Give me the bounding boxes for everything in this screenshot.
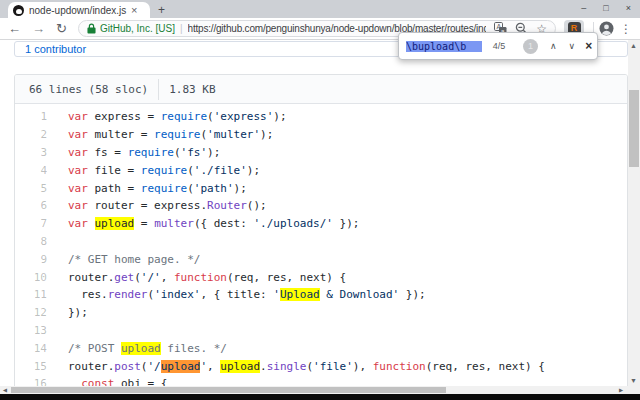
code-line: 4var file = require('./file'); (15, 161, 627, 179)
code-lines: 1var express = require('express');2var m… (15, 104, 627, 393)
code-text: var multer = require('multer'); (55, 128, 273, 141)
find-query-input[interactable]: \bupload\b (406, 41, 482, 52)
find-match: Upload (280, 288, 320, 301)
line-number[interactable]: 11 (15, 288, 55, 301)
code-text: var router = express.Router(); (55, 199, 267, 212)
find-match: upload (121, 342, 161, 355)
minimize-button[interactable]: – (581, 4, 586, 13)
code-line: 6var router = express.Router(); (15, 197, 627, 215)
horizontal-scrollbar-thumb[interactable] (11, 387, 446, 393)
code-line: 9/* GET home page. */ (15, 250, 627, 268)
find-match: upload (220, 360, 260, 373)
scrollbar-corner (628, 386, 640, 394)
file-lines-info: 66 lines (58 sloc) (29, 83, 148, 96)
find-close-icon[interactable]: × (585, 40, 592, 52)
code-text: /* POST upload files. */ (55, 342, 227, 355)
find-previous-icon[interactable]: ∧ (550, 42, 557, 51)
find-active-match: upload (161, 360, 201, 373)
line-number[interactable]: 13 (15, 324, 55, 337)
code-text: router.post('/upload', upload.single('fi… (55, 360, 545, 373)
code-line: 11 res.render('index', { title: 'Upload … (15, 286, 627, 304)
find-match-count: 4/5 (482, 41, 516, 51)
profile-avatar-icon[interactable] (599, 21, 614, 36)
code-text: res.render('index', { title: 'Upload & D… (55, 288, 426, 301)
window-close-button[interactable]: × (626, 4, 631, 13)
code-line: 2var multer = require('multer'); (15, 126, 627, 144)
code-line: 15router.post('/upload', upload.single('… (15, 357, 627, 375)
new-tab-button[interactable]: + (158, 3, 165, 17)
line-number[interactable]: 14 (15, 342, 55, 355)
code-line: 7var upload = multer({ dest: './uploads/… (15, 215, 627, 233)
code-line: 5var path = require('path'); (15, 179, 627, 197)
code-line: 3var fs = require('fs'); (15, 144, 627, 162)
file-header-divider (158, 79, 159, 100)
vertical-scrollbar-thumb[interactable] (629, 90, 639, 167)
reload-icon[interactable]: ↻ (56, 22, 67, 35)
scroll-right-icon[interactable]: ▲ (618, 387, 625, 394)
back-icon[interactable]: ← (8, 22, 21, 35)
horizontal-scrollbar[interactable]: ▲ ▲ (0, 386, 628, 394)
line-number[interactable]: 2 (15, 128, 55, 141)
file-header: 66 lines (58 sloc) 1.83 KB (15, 75, 627, 104)
code-line: 12}); (15, 304, 627, 322)
find-bar-popup: \bupload\b 4/5 1 ∧ ∨ × (398, 32, 598, 60)
line-number[interactable]: 7 (15, 217, 55, 230)
browser-window: node-updown/index.js at master × + – □ ×… (0, 0, 640, 400)
line-number[interactable]: 5 (15, 182, 55, 195)
code-line: 8 (15, 233, 627, 251)
code-line: 13 (15, 322, 627, 340)
line-number[interactable]: 9 (15, 253, 55, 266)
line-number[interactable]: 4 (15, 164, 55, 177)
github-favicon-icon (13, 5, 24, 16)
forward-icon[interactable]: → (32, 22, 45, 35)
code-line: 1var express = require('express'); (15, 108, 627, 126)
find-next-icon[interactable]: ∨ (569, 42, 576, 51)
chip-divider: | (180, 23, 183, 34)
code-text: var file = require('./file'); (55, 164, 260, 177)
line-number[interactable]: 12 (15, 306, 55, 319)
line-number[interactable]: 8 (15, 235, 55, 248)
code-text: var path = require('path'); (55, 182, 247, 195)
line-number[interactable]: 1 (15, 110, 55, 123)
code-text: }); (55, 306, 88, 319)
vertical-scrollbar[interactable]: ▲ ▼ (628, 40, 640, 386)
find-match: upload (95, 217, 135, 230)
line-number[interactable]: 3 (15, 146, 55, 159)
github-page: 1 contributor 66 lines (58 sloc) 1.83 KB… (0, 41, 640, 400)
security-chip[interactable]: GitHub, Inc. [US] (100, 23, 175, 34)
window-controls: – □ × (581, 0, 636, 16)
taskbar-edge (0, 394, 640, 400)
file-size: 1.83 KB (169, 83, 215, 96)
code-text: var express = require('express'); (55, 110, 287, 123)
scroll-left-icon[interactable]: ▲ (1, 387, 8, 394)
line-number[interactable]: 10 (15, 271, 55, 284)
tab-strip: node-updown/index.js at master × + – □ × (0, 0, 640, 18)
contributors-link[interactable]: 1 contributor (25, 43, 86, 55)
scroll-down-icon[interactable]: ▼ (630, 377, 637, 384)
code-text: var fs = require('fs'); (55, 146, 220, 159)
restore-button[interactable]: □ (603, 4, 608, 13)
code-text: router.get('/', function(req, res, next)… (55, 271, 346, 284)
file-box: 66 lines (58 sloc) 1.83 KB 1var express … (14, 74, 628, 400)
code-text: /* GET home page. */ (55, 253, 200, 266)
tab-close-icon[interactable]: × (131, 5, 137, 16)
lock-icon (87, 23, 96, 34)
code-line: 10router.get('/', function(req, res, nex… (15, 268, 627, 286)
scroll-up-icon[interactable]: ▲ (630, 42, 637, 49)
line-number[interactable]: 6 (15, 199, 55, 212)
code-line: 14/* POST upload files. */ (15, 339, 627, 357)
browser-tab[interactable]: node-updown/index.js at master × (8, 2, 150, 18)
tab-title: node-updown/index.js at master (29, 5, 129, 16)
menu-dots-icon[interactable]: ⋮ (620, 22, 632, 36)
code-text: var upload = multer({ dest: './uploads/'… (55, 217, 359, 230)
find-badge-button[interactable]: 1 (523, 39, 538, 54)
line-number[interactable]: 15 (15, 360, 55, 373)
